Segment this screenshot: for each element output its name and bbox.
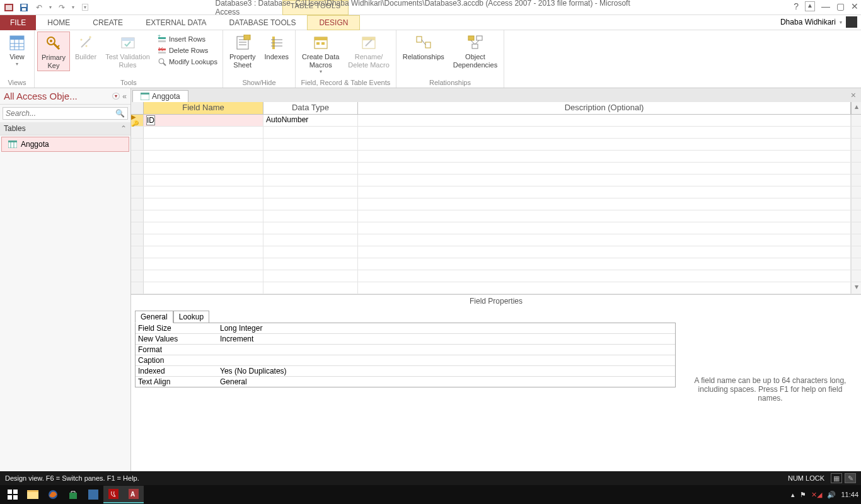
property-value[interactable]	[217, 355, 675, 365]
description-cell[interactable]	[358, 115, 851, 126]
modify-lookups-button[interactable]: Modify Lookups	[155, 57, 220, 67]
acrobat-icon[interactable]	[103, 486, 124, 503]
undo-dropdown-icon[interactable]: ▾	[49, 4, 52, 10]
insert-rows-button[interactable]: +Insert Rows	[155, 34, 220, 44]
design-view-shortcut-icon[interactable]: ✎	[845, 473, 856, 483]
navpane-header[interactable]: All Access Obje... ▾ «	[0, 88, 130, 105]
row-selector[interactable]: ▶🔑	[131, 115, 144, 126]
grid-row[interactable]	[131, 127, 861, 139]
datasheet-view-shortcut-icon[interactable]: ▦	[831, 473, 842, 483]
restore-icon[interactable]: ▢	[836, 1, 845, 11]
save-icon[interactable]	[19, 3, 29, 13]
view-button[interactable]: View ▾	[3, 32, 32, 68]
test-validation-button[interactable]: Test Validation Rules	[101, 32, 154, 70]
property-value[interactable]: Yes (No Duplicates)	[217, 366, 675, 376]
grid-row[interactable]	[131, 139, 861, 151]
navpane-search[interactable]: 🔍	[3, 107, 128, 120]
section-collapse-icon[interactable]: ⌃	[120, 124, 127, 133]
search-input[interactable]	[3, 108, 113, 119]
property-value[interactable]: Long Integer	[217, 323, 675, 333]
field-name-value[interactable]: ID	[146, 115, 155, 125]
tray-expand-icon[interactable]: ▴	[791, 491, 795, 499]
grid-row[interactable]: ▾	[131, 282, 861, 294]
avatar[interactable]	[846, 16, 857, 28]
redo-dropdown-icon[interactable]: ▾	[72, 4, 74, 10]
store-icon[interactable]	[63, 486, 83, 503]
primary-key-button[interactable]: Primary Key	[37, 32, 70, 71]
grid-row[interactable]	[131, 151, 861, 163]
navpane-section-tables[interactable]: Tables ⌃	[0, 122, 130, 135]
navpane-dropdown-icon[interactable]: ▾	[112, 93, 120, 100]
tab-external-data[interactable]: EXTERNAL DATA	[134, 16, 217, 30]
indexes-button[interactable]: Indexes	[261, 32, 293, 62]
wand-icon	[77, 34, 95, 52]
data-type-cell[interactable]: AutoNumber	[263, 115, 358, 126]
undo-icon[interactable]: ↶	[34, 3, 44, 13]
property-row: Format	[136, 345, 675, 355]
navpane-item-label: Anggota	[21, 140, 49, 149]
grid-row[interactable]	[131, 186, 861, 198]
ribbon-collapse-icon[interactable]: ▲	[805, 1, 815, 11]
field-name-cell[interactable]: ID	[144, 115, 263, 126]
col-field-name[interactable]: Field Name	[144, 102, 263, 114]
create-data-macros-button[interactable]: Create Data Macros▾	[298, 32, 343, 76]
scrollbar-track[interactable]	[851, 115, 861, 126]
firefox-icon[interactable]	[43, 486, 63, 503]
grid-row[interactable]	[131, 234, 861, 246]
svg-rect-59	[13, 490, 18, 494]
search-icon[interactable]: 🔍	[113, 109, 127, 118]
flag-icon[interactable]: ⚑	[800, 491, 806, 499]
svg-point-16	[81, 39, 83, 41]
property-value[interactable]	[217, 345, 675, 355]
clock[interactable]: 11:44	[841, 491, 858, 498]
grid-row[interactable]	[131, 246, 861, 258]
volume-icon[interactable]: 🔊	[827, 491, 836, 499]
scroll-up-icon[interactable]: ▴	[851, 102, 861, 114]
tab-lookup[interactable]: Lookup	[173, 311, 209, 323]
builder-button[interactable]: Builder	[71, 32, 100, 62]
grid-row[interactable]	[131, 163, 861, 175]
access-taskbar-icon[interactable]: A	[124, 486, 144, 503]
tab-file[interactable]: FILE	[0, 15, 36, 30]
grid-row[interactable]	[131, 210, 861, 222]
table-design-grid[interactable]: Field Name Data Type Description (Option…	[131, 102, 861, 294]
property-sheet-button[interactable]: Property Sheet	[226, 32, 260, 70]
object-dependencies-button[interactable]: Object Dependencies	[449, 32, 501, 70]
start-button-icon[interactable]	[3, 486, 23, 503]
rename-delete-macro-button[interactable]: Rename/ Delete Macro	[344, 32, 393, 70]
tab-create[interactable]: CREATE	[81, 16, 134, 30]
relationships-button[interactable]: Relationships	[399, 32, 448, 62]
grid-row[interactable]	[131, 198, 861, 210]
qat-customize-icon[interactable]: ▾	[82, 4, 88, 11]
help-icon[interactable]: ?	[794, 1, 799, 11]
tab-general[interactable]: General	[135, 311, 173, 323]
row-selector-header[interactable]	[131, 102, 144, 114]
app-icon[interactable]	[83, 486, 103, 503]
user-area[interactable]: Dhaba Widhikari ▾	[780, 16, 857, 28]
property-value[interactable]: Increment	[217, 334, 675, 344]
grid-row[interactable]	[131, 175, 861, 186]
grid-row[interactable]	[131, 258, 861, 270]
document-close-icon[interactable]: ×	[851, 90, 856, 100]
navpane-item-anggota[interactable]: Anggota	[1, 137, 129, 152]
property-value[interactable]: General	[217, 377, 675, 387]
close-icon[interactable]: ✕	[851, 1, 858, 11]
datasheet-view-icon	[8, 34, 26, 52]
file-explorer-icon[interactable]	[23, 486, 43, 503]
delete-rows-button[interactable]: Delete Rows	[155, 45, 220, 55]
tab-design[interactable]: DESIGN	[307, 15, 360, 30]
network-icon[interactable]: ✕◢	[811, 491, 822, 499]
grid-row[interactable]	[131, 270, 861, 282]
user-dropdown-icon[interactable]: ▾	[840, 20, 842, 25]
minimize-icon[interactable]: —	[821, 1, 830, 11]
document-tab-anggota[interactable]: Anggota	[132, 90, 188, 102]
navpane-collapse-icon[interactable]: «	[122, 92, 127, 101]
redo-icon[interactable]: ↷	[57, 3, 67, 13]
col-data-type[interactable]: Data Type	[263, 102, 358, 114]
field-properties-grid[interactable]: Field SizeLong Integer New ValuesIncreme…	[135, 323, 676, 387]
col-description[interactable]: Description (Optional)	[358, 102, 851, 114]
tab-home[interactable]: HOME	[36, 16, 81, 30]
grid-row[interactable]: ▶🔑 ID AutoNumber	[131, 115, 861, 127]
tab-database-tools[interactable]: DATABASE TOOLS	[218, 16, 308, 30]
grid-row[interactable]	[131, 222, 861, 234]
